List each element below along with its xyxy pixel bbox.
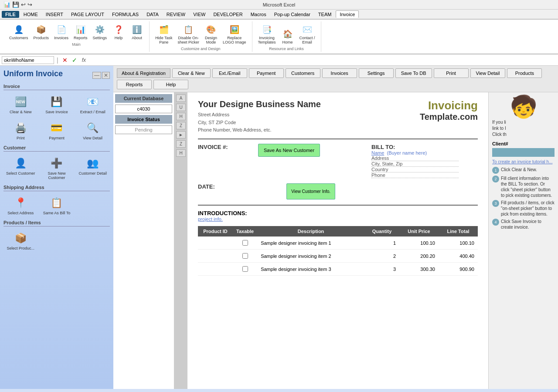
btn-select-customer[interactable]: 👤 Select Customer: [3, 153, 38, 182]
toolbar-clear-new[interactable]: Clear & New: [172, 68, 211, 78]
client-box: [492, 148, 555, 157]
section-customer-label: Customer: [3, 145, 110, 152]
toolbar-settings[interactable]: Settings: [359, 68, 394, 78]
right-info-panel: 🧒 If you lilink to IClick th Client# To …: [488, 92, 558, 389]
ribbon-btn-templates[interactable]: 📑 InvoicingTemplates: [256, 22, 278, 46]
panel-minimize-btn[interactable]: —: [92, 72, 101, 79]
formula-confirm[interactable]: ✓: [71, 57, 78, 64]
toolbar-invoices[interactable]: Invoices: [322, 68, 357, 78]
btn-customer-detail[interactable]: 👥 Customer Detail: [75, 153, 110, 182]
btn-select-address[interactable]: 📍 Select Address: [3, 193, 38, 217]
menu-calendar[interactable]: Pop-up Calendar: [271, 11, 314, 18]
ribbon-btn-products[interactable]: 📦 Products: [31, 22, 51, 41]
btn-payment[interactable]: 💳 Payment: [40, 118, 74, 142]
sidebar-letter-z[interactable]: Z: [176, 122, 186, 129]
tutorial-link[interactable]: To create an invoice tutorial h...: [492, 159, 555, 164]
col-description: Description: [257, 226, 364, 237]
btn-save-new-customer[interactable]: ➕ Save New Customer: [40, 153, 74, 182]
step-4: 4 Click Save Invoice to create invoice.: [492, 219, 555, 230]
menu-home[interactable]: HOME: [20, 11, 41, 18]
cell-total-2: 400.40: [439, 250, 478, 263]
cell-price-1: 100.10: [399, 237, 439, 250]
ribbon-btn-about[interactable]: ℹ️ About: [128, 22, 146, 41]
quick-save[interactable]: 💾: [12, 1, 19, 8]
customer-detail-icon: 👥: [85, 155, 101, 171]
status-value: Pending: [115, 125, 172, 134]
btn-same-as-bill[interactable]: 📋 Same As Bill To: [40, 193, 74, 217]
menu-file[interactable]: FILE: [2, 11, 19, 18]
taxable-checkbox-3[interactable]: [242, 266, 248, 272]
bill-country: Country: [371, 167, 459, 172]
toolbar-help[interactable]: Help: [153, 80, 188, 89]
formula-input[interactable]: [89, 57, 556, 63]
btn-save-invoice[interactable]: 💾 Save Invoice: [40, 92, 74, 116]
menu-macros[interactable]: Macros: [247, 11, 270, 18]
sidebar-letter-h2[interactable]: H: [176, 149, 186, 157]
sidebar-letter-h[interactable]: H: [176, 113, 186, 120]
step-2: 2 Fill client information into the BILL …: [492, 176, 555, 198]
cell-product-id-3: [198, 263, 233, 276]
home-icon: 🏠: [282, 28, 294, 40]
quick-undo[interactable]: ↩: [21, 1, 26, 8]
ribbon-btn-disable-picker[interactable]: 📋 Disable On-sheet Picker: [175, 22, 201, 46]
ribbon-btn-replace-logo[interactable]: 🖼️ ReplaceLOGO Image: [221, 22, 248, 46]
btn-clear-new[interactable]: 🆕 Clear & New: [3, 92, 38, 116]
save-as-new-customer-btn[interactable]: Save As New Customer: [258, 144, 320, 157]
menu-formulas[interactable]: FORMULAS: [109, 11, 142, 18]
menu-data[interactable]: DATA: [143, 11, 162, 18]
toolbar-reports[interactable]: Reports: [117, 80, 152, 89]
ribbon-btn-home[interactable]: 🏠 Home: [279, 27, 296, 46]
logo-line1: Invoicing: [420, 99, 478, 112]
ribbon-btn-reports[interactable]: 📊 Reports: [71, 22, 90, 41]
menu-invoice[interactable]: Invoice: [336, 10, 359, 18]
quick-redo[interactable]: ↪: [27, 1, 32, 8]
sidebar-letter-z2[interactable]: Z: [176, 140, 186, 148]
about-registration-btn[interactable]: About & Registration: [117, 68, 170, 78]
btn-select-product[interactable]: 📦 Select Produc...: [3, 228, 38, 253]
toolbar-print[interactable]: Print: [434, 68, 469, 78]
name-box[interactable]: [2, 56, 54, 64]
ribbon-group-main: 👤 Customers 📦 Products 📄 Invoices 📊 Repo…: [3, 21, 150, 52]
btn-extract-email[interactable]: 📧 Extract / Email: [75, 92, 110, 116]
sidebar-letter-a[interactable]: A: [176, 95, 186, 102]
taxable-checkbox-2[interactable]: [242, 253, 248, 259]
sidebar-letter-u[interactable]: U: [176, 104, 186, 111]
payment-icon: 💳: [49, 120, 65, 136]
hide-task-icon: 🗂️: [158, 24, 170, 36]
ribbon-btn-settings[interactable]: ⚙️ Settings: [91, 22, 109, 41]
ribbon-btn-customers[interactable]: 👤 Customers: [7, 22, 31, 41]
menu-page-layout[interactable]: PAGE LAYOUT: [68, 11, 108, 18]
ribbon-btn-hide-task[interactable]: 🗂️ Hide TaskPane: [153, 22, 174, 46]
col-unit-price: Unit Price: [399, 226, 439, 237]
ribbon-btn-contact[interactable]: ✉️ Contact /Email: [297, 22, 317, 46]
ribbon: 👤 Customers 📦 Products 📄 Invoices 📊 Repo…: [0, 19, 558, 54]
buyer-name: Name: [371, 150, 384, 155]
toolbar-save-to-db[interactable]: Save To DB: [395, 68, 432, 78]
ribbon-btn-invoices[interactable]: 📄 Invoices: [52, 22, 71, 41]
menu-developer[interactable]: DEVELOPER: [210, 11, 246, 18]
taxable-checkbox-1[interactable]: [242, 240, 248, 246]
menu-team[interactable]: TEAM: [315, 11, 335, 18]
sidebar-letter-arrow[interactable]: ►: [176, 131, 186, 139]
company-info: Your Designe Business Name Street Addres…: [198, 99, 321, 134]
ribbon-group-customize-label: Customize and Design: [181, 47, 221, 51]
toolbar-customers[interactable]: Customers: [286, 68, 320, 78]
panel-close-btn[interactable]: ✕: [102, 72, 110, 79]
ribbon-btn-design-mode[interactable]: 🎨 DesignMode: [202, 22, 220, 46]
btn-print[interactable]: 🖨️ Print: [3, 118, 38, 142]
toolbar-ext-email[interactable]: Ext./Email: [212, 68, 247, 78]
menu-view[interactable]: VIEW: [190, 11, 209, 18]
ribbon-btn-help[interactable]: ❓ Help: [110, 22, 127, 41]
menu-insert[interactable]: INSERT: [42, 11, 67, 18]
toolbar-payment[interactable]: Payment: [249, 68, 284, 78]
db-panel: Current Database c4030 Invoice Status Pe…: [113, 92, 174, 389]
col-line-total: Line Total: [439, 226, 478, 237]
step-3-num: 3: [492, 200, 499, 207]
btn-view-detail[interactable]: 🔍 View Detail: [75, 118, 110, 142]
mascot-figure: 🧒: [492, 96, 555, 118]
menu-review[interactable]: REVIEW: [163, 11, 189, 18]
toolbar-view-detail[interactable]: View Detail: [470, 68, 506, 78]
formula-cancel[interactable]: ✕: [61, 57, 69, 64]
toolbar-products[interactable]: Products: [507, 68, 542, 78]
view-customer-btn[interactable]: View Customer Info.: [286, 183, 335, 199]
